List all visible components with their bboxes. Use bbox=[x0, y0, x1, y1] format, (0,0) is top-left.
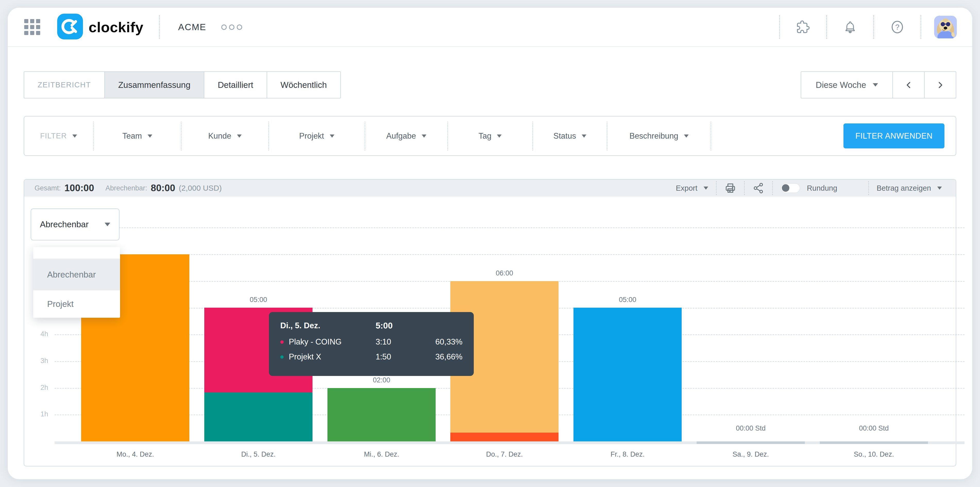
bar-segment-Fr., 8. Dez.[interactable] bbox=[573, 308, 682, 441]
breakdown-option-projekt[interactable]: Projekt bbox=[33, 290, 120, 318]
filter-label[interactable]: FILTER bbox=[24, 122, 94, 151]
workspace-more-icon[interactable] bbox=[221, 24, 242, 30]
period-select[interactable]: Diese Woche bbox=[801, 72, 892, 98]
period-picker: Diese Woche bbox=[801, 72, 956, 99]
tooltip-row-project: Projekt X bbox=[280, 352, 375, 361]
tooltip-row-percent: 60,33% bbox=[427, 337, 463, 347]
filter-kunde[interactable]: Kunde bbox=[181, 122, 269, 151]
user-avatar[interactable] bbox=[934, 16, 957, 38]
x-axis-label: Di., 5. Dez. bbox=[217, 450, 300, 458]
billable-amount: (2,000 USD) bbox=[179, 184, 222, 193]
bar-value-label: 00:00 Std bbox=[722, 424, 779, 432]
integrations-puzzle-icon[interactable] bbox=[780, 21, 826, 34]
x-axis-label: Do., 7. Dez. bbox=[463, 450, 546, 458]
report-tab-group: ZEITBERICHT Zusammenfassung Detailliert … bbox=[24, 72, 341, 99]
bar-segment-Projekt X[interactable] bbox=[204, 392, 312, 441]
billable-label: Abrechenbar: bbox=[105, 184, 147, 192]
bar-segment-Do., 7. Dez.[interactable] bbox=[450, 433, 558, 441]
report-card: Gesamt: 100:00 Abrechenbar: 80:00 (2,000… bbox=[24, 179, 956, 466]
app-window: clockify ACME ? bbox=[8, 8, 972, 479]
chevron-down-icon bbox=[937, 186, 942, 189]
chevron-down-icon bbox=[330, 135, 334, 138]
summary-bar: Gesamt: 100:00 Abrechenbar: 80:00 (2,000… bbox=[24, 180, 956, 197]
report-type-label: ZEITBERICHT bbox=[24, 72, 104, 98]
toggle-switch-off[interactable] bbox=[781, 183, 800, 193]
chevron-down-icon bbox=[237, 135, 242, 138]
chevron-down-icon bbox=[582, 135, 586, 138]
filter-projekt[interactable]: Projekt bbox=[269, 122, 365, 151]
header-divider bbox=[921, 15, 921, 39]
show-amount-select[interactable]: Betrag anzeigen bbox=[877, 184, 942, 193]
header-divider bbox=[159, 15, 160, 39]
chevron-down-icon bbox=[148, 135, 152, 138]
time-report-chart: Abrechenbar Abrechenbar Projekt Di., 5. … bbox=[24, 197, 956, 459]
filter-status[interactable]: Status bbox=[533, 122, 608, 151]
bar-value-label: 02:00 bbox=[353, 376, 410, 384]
toolbar-divider bbox=[772, 181, 773, 195]
total-label: Gesamt: bbox=[35, 184, 61, 192]
chart-gridline bbox=[55, 254, 964, 255]
tab-woechentlich[interactable]: Wöchentlich bbox=[267, 72, 340, 98]
chevron-down-icon bbox=[684, 135, 689, 138]
y-axis-label: 2h bbox=[24, 384, 48, 392]
export-select[interactable]: Export bbox=[676, 184, 708, 193]
tooltip-row-time: 3:10 bbox=[375, 337, 427, 347]
chevron-down-icon bbox=[703, 186, 708, 189]
apps-grid-icon[interactable] bbox=[24, 19, 40, 35]
tooltip-date: Di., 5. Dez. bbox=[280, 321, 375, 330]
tooltip-row-percent: 36,66% bbox=[427, 352, 463, 361]
tab-zusammenfassung[interactable]: Zusammenfassung bbox=[104, 72, 204, 98]
breakdown-option-abrechenbar[interactable]: Abrechenbar bbox=[33, 259, 120, 290]
toolbar-divider bbox=[744, 181, 745, 195]
toolbar-divider bbox=[716, 181, 717, 195]
share-icon[interactable] bbox=[752, 182, 764, 194]
print-icon[interactable] bbox=[724, 182, 736, 194]
bar-segment-Mi., 6. Dez.[interactable] bbox=[328, 388, 436, 441]
tooltip-row-time: 1:50 bbox=[375, 352, 427, 361]
chevron-down-icon bbox=[422, 135, 426, 138]
series-dot bbox=[280, 355, 284, 359]
tooltip-row-project: Plaky - COING bbox=[280, 337, 375, 347]
y-axis-label: 3h bbox=[24, 357, 48, 365]
bar-value-label: 05:00 bbox=[230, 296, 287, 304]
chart-gridline bbox=[55, 228, 964, 228]
filter-beschreibung[interactable]: Beschreibung bbox=[608, 122, 711, 151]
x-axis-label: Mo., 4. Dez. bbox=[94, 450, 177, 458]
period-prev-button[interactable] bbox=[892, 72, 924, 98]
rounding-toggle[interactable]: Rundung bbox=[781, 183, 837, 193]
y-axis-label: 1h bbox=[24, 410, 48, 418]
svg-text:?: ? bbox=[895, 23, 899, 31]
chart-tooltip: Di., 5. Dez. 5:00 Plaky - COING 3:10 60,… bbox=[269, 312, 474, 376]
period-label: Diese Woche bbox=[816, 80, 866, 90]
top-bar: clockify ACME ? bbox=[8, 8, 972, 47]
chevron-down-icon bbox=[105, 223, 110, 226]
x-axis-label: Fr., 8. Dez. bbox=[586, 450, 669, 458]
bar-value-label: 06:00 bbox=[476, 269, 533, 277]
period-next-button[interactable] bbox=[924, 72, 956, 98]
workspace-name[interactable]: ACME bbox=[178, 22, 206, 32]
filter-aufgabe[interactable]: Aufgabe bbox=[365, 122, 448, 151]
zero-bar-marker bbox=[820, 441, 928, 444]
filter-tag[interactable]: Tag bbox=[448, 122, 533, 151]
y-axis-label: 4h bbox=[24, 330, 48, 338]
x-axis-label: Mi., 6. Dez. bbox=[340, 450, 423, 458]
chevron-down-icon bbox=[873, 83, 878, 87]
x-axis-label: So., 10. Dez. bbox=[833, 450, 915, 458]
x-axis-label: Sa., 9. Dez. bbox=[710, 450, 792, 458]
tab-detailliert[interactable]: Detailliert bbox=[204, 72, 267, 98]
chevron-down-icon bbox=[497, 135, 501, 138]
zero-bar-marker bbox=[697, 441, 805, 444]
clockify-logo[interactable]: clockify bbox=[57, 14, 143, 40]
filter-team[interactable]: Team bbox=[94, 122, 181, 151]
series-dot bbox=[280, 341, 284, 344]
apply-filter-button[interactable]: FILTER ANWENDEN bbox=[843, 123, 945, 148]
billable-value: 80:00 bbox=[151, 183, 175, 194]
help-icon[interactable]: ? bbox=[874, 20, 921, 34]
notifications-bell-icon[interactable] bbox=[827, 21, 873, 34]
bar-value-label: 00:00 Std bbox=[846, 424, 902, 432]
tooltip-total: 5:00 bbox=[375, 321, 427, 331]
report-tabs-row: ZEITBERICHT Zusammenfassung Detailliert … bbox=[24, 72, 956, 99]
rounding-label: Rundung bbox=[807, 184, 837, 193]
filter-bar: FILTER Team Kunde Projekt Aufgabe Tag St… bbox=[24, 116, 956, 156]
breakdown-select[interactable]: Abrechenbar bbox=[31, 208, 119, 240]
